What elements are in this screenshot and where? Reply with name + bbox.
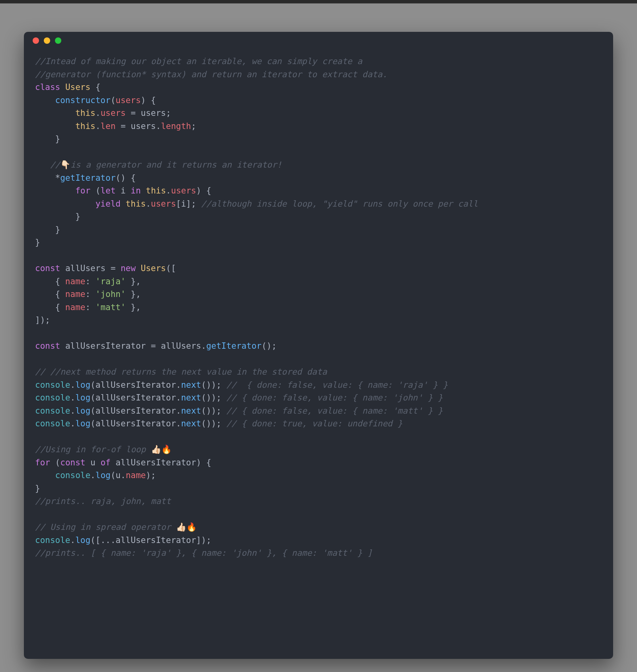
token: const: [35, 264, 60, 273]
code-window: //Intead of making our object an iterabl…: [24, 32, 613, 659]
code-line: ]);: [35, 315, 50, 325]
token: this: [126, 199, 146, 209]
token: getIterator: [60, 173, 115, 183]
token: constructor: [55, 96, 111, 105]
code-line: }: [35, 238, 40, 247]
token: let: [100, 186, 115, 195]
token: users: [100, 108, 125, 118]
token: console: [35, 380, 70, 390]
token: console: [35, 419, 70, 428]
token: new: [121, 264, 136, 273]
token: ();: [262, 341, 277, 351]
token: () {: [115, 173, 136, 183]
token: ([...allUsersIterator]);: [90, 535, 211, 545]
token: length: [161, 121, 191, 131]
token: class: [35, 82, 60, 92]
code-line: //prints.. [ { name: 'raja' }, { name: '…: [35, 548, 372, 558]
token: 'matt': [96, 303, 126, 312]
token: is a generator and it returns an iterato…: [70, 160, 282, 170]
token: log: [75, 380, 90, 390]
token: (allUsersIterator.: [90, 406, 181, 416]
code-line: //generator (function* syntax) and retur…: [35, 70, 387, 79]
token: name: [65, 303, 86, 312]
token: u: [90, 458, 96, 467]
token: = users.: [121, 121, 161, 131]
token: of: [100, 458, 110, 467]
thumbs-up-fire-emoji-icon: 👍🏻🔥: [176, 522, 197, 532]
token: this: [75, 108, 96, 118]
token: log: [96, 471, 111, 480]
token: name: [65, 277, 86, 286]
window-titlebar: [24, 32, 613, 49]
token: // { done: false, value: { name: 'matt' …: [226, 406, 443, 416]
token: const: [35, 341, 60, 351]
token: ) {: [196, 186, 211, 195]
token: ([: [166, 264, 176, 273]
token: users: [171, 186, 196, 195]
token: log: [75, 535, 90, 545]
close-icon[interactable]: [33, 37, 39, 44]
token: log: [75, 393, 90, 402]
token: // { done: false, value: { name: 'raja' …: [226, 380, 447, 390]
token: ());: [201, 406, 226, 416]
code-line: //prints.. raja, john, matt: [35, 496, 171, 506]
token: console: [35, 535, 70, 545]
token: users: [151, 199, 176, 209]
token: i: [121, 186, 126, 195]
token: ());: [201, 419, 226, 428]
token: ;: [191, 121, 196, 131]
token: // { done: true, value: undefined }: [226, 419, 403, 428]
token: log: [75, 419, 90, 428]
token: for: [75, 186, 90, 195]
token: (allUsersIterator.: [90, 380, 181, 390]
token: {: [96, 82, 101, 92]
code-line: }: [35, 212, 80, 221]
token: [i];: [176, 199, 201, 209]
token: in: [131, 186, 141, 195]
token: //: [35, 160, 60, 170]
token: console: [35, 406, 70, 416]
code-line: }: [35, 134, 60, 144]
token: // Using in spread operator: [35, 522, 176, 532]
token: (allUsersIterator.: [90, 419, 181, 428]
token: next: [181, 419, 201, 428]
code-line: //Intead of making our object an iterabl…: [35, 57, 362, 66]
code-block: //Intead of making our object an iterabl…: [24, 49, 613, 571]
token: for: [35, 458, 50, 467]
token: 'john': [96, 289, 126, 299]
token: );: [146, 471, 156, 480]
token: Users: [141, 264, 166, 273]
code-line: // //next method returns the next value …: [35, 367, 327, 377]
top-ruler: [0, 0, 637, 4]
token: console: [55, 471, 91, 480]
token: name: [126, 471, 146, 480]
token: next: [181, 393, 201, 402]
token: *: [35, 173, 60, 183]
code-line: }: [35, 225, 60, 234]
minimize-icon[interactable]: [44, 37, 50, 44]
token: allUsersIterator) {: [111, 458, 211, 467]
token: log: [75, 406, 90, 416]
token: getIterator: [206, 341, 262, 351]
token: next: [181, 406, 201, 416]
token: (u.: [111, 471, 126, 480]
token: ());: [201, 380, 226, 390]
token: next: [181, 380, 201, 390]
token: len: [100, 121, 115, 131]
token: ) {: [141, 96, 156, 105]
maximize-icon[interactable]: [55, 37, 61, 44]
token: ());: [201, 393, 226, 402]
token: allUsers =: [65, 264, 121, 273]
token: Users: [65, 82, 90, 92]
token: allUsersIterator = allUsers.: [65, 341, 206, 351]
token: yield: [96, 199, 121, 209]
token: // { done: false, value: { name: 'john' …: [226, 393, 443, 402]
token: = users;: [131, 108, 171, 118]
token: //although inside loop, "yield" runs onl…: [201, 199, 478, 209]
token: const: [60, 458, 85, 467]
token: this: [146, 186, 166, 195]
token: this: [75, 121, 96, 131]
token: (allUsersIterator.: [90, 393, 181, 402]
thumbs-up-fire-emoji-icon: 👍🏻🔥: [151, 445, 172, 454]
point-down-emoji-icon: 👇🏻: [60, 160, 70, 170]
